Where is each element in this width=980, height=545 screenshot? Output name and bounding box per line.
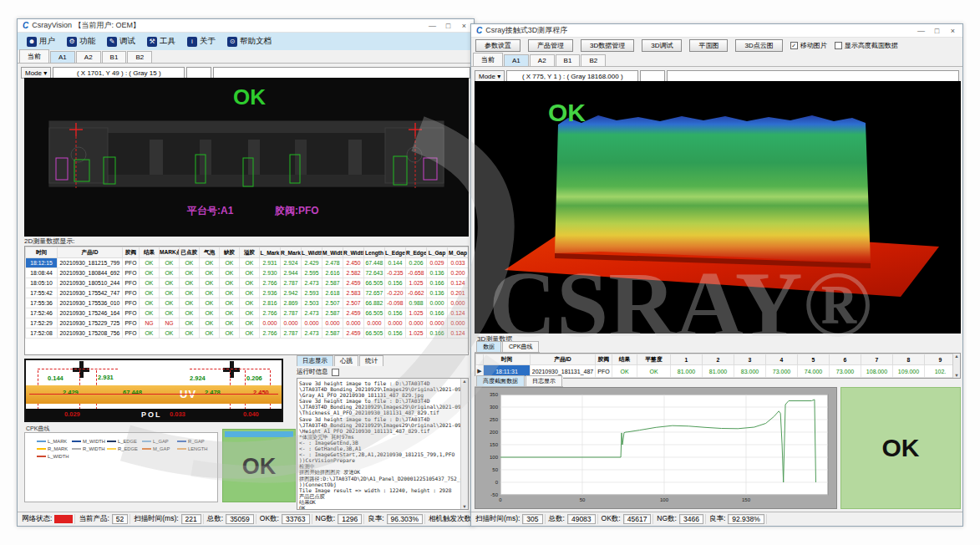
mode-dropdown[interactable]: Mode ▾: [21, 67, 51, 79]
column-header: L_Width: [302, 247, 322, 258]
status-item: 总数:49083: [547, 514, 598, 524]
xray-image-viewport[interactable]: OK 平台号:A1 胶阀:PFO: [24, 78, 469, 237]
runtime-info-label: 运行时信息: [297, 368, 328, 376]
mode-dropdown[interactable]: Mode ▾: [475, 70, 505, 82]
toolbar-button-6[interactable]: 3D点云图: [735, 39, 782, 52]
menu-item-debug[interactable]: ✎调试: [101, 34, 141, 48]
table-row[interactable]: 18:08:4420210930_180844_692PFOOKOKOKOKOK…: [26, 268, 469, 278]
status-item: OK数:45617: [600, 514, 654, 524]
minimize-button[interactable]: —: [913, 27, 929, 35]
toolbar-button-4[interactable]: 3D调试: [642, 39, 682, 52]
maximize-button[interactable]: □: [440, 22, 456, 30]
tab-B1[interactable]: B1: [102, 51, 127, 63]
cell-product-id: 20210930_175536_010: [58, 298, 123, 308]
menu-item-help[interactable]: ⊙帮助文档: [221, 34, 277, 48]
menu-item-about[interactable]: i关于: [181, 34, 221, 48]
height-map-3d: OK: [475, 81, 961, 334]
cell-flag: OK: [200, 308, 220, 318]
mode-bar: Mode ▾ ( X 775, Y 1 ) : ( Gray 18168.000…: [475, 69, 959, 82]
cell-valve: PFO: [123, 329, 140, 339]
tab-A1[interactable]: A1: [504, 54, 529, 66]
log-tab-心跳[interactable]: 心跳: [334, 355, 358, 366]
status-value: 3466: [679, 514, 703, 524]
toolbar-button-1[interactable]: 参数设置: [475, 39, 520, 52]
scroll-down-icon[interactable]: ▼: [953, 373, 960, 378]
column-header: 9: [925, 354, 957, 365]
table-row[interactable]: 18:05:1020210930_180510_244PFOOKOKOKOKOK…: [26, 278, 469, 288]
chart-tabbar: 高度截面数据日志显示: [475, 376, 563, 387]
cell-value: 81.000: [703, 365, 734, 378]
cell-flag: OK: [240, 308, 260, 318]
toolbar-button-5[interactable]: 平面图: [689, 39, 728, 52]
column-header: 1: [671, 354, 703, 365]
cell-value: 2.595: [302, 268, 322, 278]
chart-tab-日志显示[interactable]: 日志显示: [526, 375, 562, 386]
dropdown-arrow-icon: ▾: [43, 69, 47, 77]
table-row[interactable]: 18:12:1520210930_181215_799PFOOKOKOKOKOK…: [26, 258, 469, 268]
tab-B1[interactable]: B1: [556, 54, 581, 66]
table-row[interactable]: 17:55:3620210930_175536_010PFOOKOKOKOKOK…: [26, 298, 469, 308]
menu-bar: ☻用户⚙功能✎调试⚒工具i关于⊙帮助文档: [18, 33, 474, 50]
table-header-row: 时间产品ID胶阀结果MARK点已点胶气泡缺胶溢胶L_MarkR_MarkL_Wi…: [26, 247, 469, 258]
log-output[interactable]: Save 3d height image to file : D:\JTA03T…: [297, 378, 469, 510]
status-value: 1296: [338, 514, 362, 524]
cell-flag: OK: [140, 258, 160, 268]
data-tab-CPK曲线[interactable]: CPK曲线: [502, 341, 539, 352]
scroll-up-icon[interactable]: ▲: [461, 379, 468, 384]
data-tab-数据[interactable]: 数据: [476, 341, 501, 352]
tab-B2[interactable]: B2: [581, 54, 606, 66]
tab-A2[interactable]: A2: [76, 51, 101, 63]
column-header: 5: [798, 354, 830, 365]
table-scrollbar[interactable]: ▲ ▼: [952, 354, 960, 378]
menu-item-user[interactable]: ☻用户: [21, 34, 61, 48]
tab-B2[interactable]: B2: [127, 51, 152, 63]
column-header: 结果: [612, 354, 637, 365]
titlebar[interactable]: C Csray接触式3D测厚程序 — □ ×: [471, 24, 962, 38]
maximize-button[interactable]: □: [929, 27, 945, 35]
toolbar-checkbox-1[interactable]: ✓移动图片: [790, 41, 827, 50]
table-row[interactable]: 17:52:2920210930_175229_725PFONGNGOKOKOK…: [26, 318, 469, 329]
minimize-button[interactable]: —: [424, 22, 440, 30]
log-tab-日志显示[interactable]: 日志显示: [297, 355, 333, 366]
scroll-up-icon[interactable]: ▲: [953, 354, 960, 359]
menu-item-tools[interactable]: ⚒工具: [141, 34, 181, 48]
cell-time: 17:52:29: [26, 318, 58, 329]
tab-A2[interactable]: A2: [530, 54, 555, 66]
toolbar-button-3[interactable]: 3D数据管理: [581, 39, 634, 52]
runtime-info-checkbox[interactable]: [332, 369, 339, 376]
column-header: 胶阀: [596, 354, 612, 365]
status-label: 当前产品:: [79, 514, 109, 524]
scroll-down-icon[interactable]: ▼: [461, 504, 468, 509]
cell-flag: OK: [160, 288, 180, 298]
window-title: Csray接触式3D测厚程序: [485, 25, 913, 36]
toolbar-button-2[interactable]: 产品管理: [528, 39, 573, 52]
tab-A1[interactable]: A1: [50, 51, 75, 63]
cell-flag: OK: [220, 298, 240, 308]
table-row[interactable]: 17:52:0820210930_175208_756PFOOKOKOKOKOK…: [26, 329, 469, 339]
table-row[interactable]: 17:52:4620210930_175246_164PFOOKOKOKOKOK…: [26, 308, 469, 318]
log-scrollbar[interactable]: ▲ ▼: [460, 379, 468, 509]
status-bar: 网络状态:当前产品:52扫描时间(ms):221总数:35059OK数:3376…: [18, 512, 474, 526]
status-box: [640, 70, 665, 82]
cell-value: 0.156: [385, 278, 406, 288]
cell-flatness: OK: [637, 365, 671, 378]
status-label: NG数:: [316, 514, 336, 524]
titlebar[interactable]: C CsrayVision 【当前用户: OEM】 — □ ×: [18, 19, 474, 33]
tab-当前[interactable]: 当前: [19, 49, 49, 63]
table-row[interactable]: 17:55:4220210930_175542_747PFOOKOKOKOKOK…: [26, 288, 469, 298]
cell-value: 0.136: [427, 268, 448, 278]
tab-当前[interactable]: 当前: [473, 53, 503, 66]
toolbar-checkbox-2[interactable]: 显示高度截面数据: [835, 41, 898, 50]
message-box: [213, 67, 470, 79]
menu-item-function[interactable]: ⚙功能: [61, 34, 101, 48]
legend-item-LENGTH: LENGTH: [177, 445, 212, 452]
status-value: 35059: [226, 514, 254, 524]
log-tab-统计[interactable]: 统计: [359, 355, 383, 366]
legend-swatch: [37, 441, 46, 442]
chart-tab-高度截面数据[interactable]: 高度截面数据: [476, 375, 525, 386]
measurement-table-2d[interactable]: 时间产品ID胶阀结果MARK点已点胶气泡缺胶溢胶L_MarkR_MarkL_Wi…: [24, 246, 469, 355]
close-button[interactable]: ×: [945, 27, 961, 35]
table-header-row: 时间产品ID胶阀结果平整度123456789: [476, 354, 957, 365]
height-map-3d-viewport[interactable]: OK: [475, 81, 961, 334]
cell-value: 72.657: [364, 288, 385, 298]
